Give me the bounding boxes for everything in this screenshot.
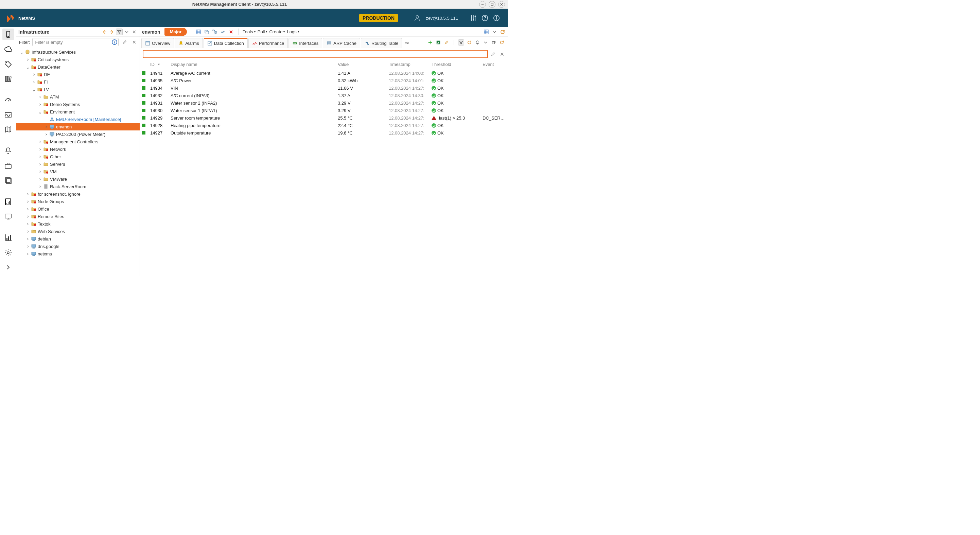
menu-logs[interactable]: Logs▾: [287, 29, 299, 34]
dci-refresh-icon[interactable]: [466, 40, 473, 46]
tree-item[interactable]: ›Office: [16, 205, 140, 213]
tab-performance[interactable]: Performance: [248, 38, 288, 48]
tree-item[interactable]: ⌄Infrastructure Services: [16, 48, 140, 56]
tab-routing-table[interactable]: Routing Table: [361, 38, 402, 48]
rail-config[interactable]: [2, 247, 14, 259]
tab-alarms[interactable]: Alarms: [175, 38, 202, 48]
tree-item[interactable]: ›Web Services: [16, 228, 140, 235]
dci-caret-icon[interactable]: [482, 40, 488, 46]
dci-filter-toggle-icon[interactable]: [458, 40, 464, 46]
user-display[interactable]: zev@10.5.5.111: [412, 14, 458, 22]
expand-icon[interactable]: ›: [25, 199, 30, 204]
tool-copy-icon[interactable]: [204, 29, 210, 35]
expand-icon[interactable]: ›: [43, 124, 49, 129]
object-tree[interactable]: ⌄Infrastructure Services›Critical system…: [16, 48, 140, 276]
window-minimize-button[interactable]: [479, 1, 486, 8]
expand-icon[interactable]: ›: [25, 206, 30, 212]
dci-pin-icon[interactable]: [474, 40, 480, 46]
table-row[interactable]: 14927Outside temperature19.6 ℃12.08.2024…: [140, 129, 508, 137]
col-threshold[interactable]: Threshold: [430, 62, 480, 67]
header-grid-icon[interactable]: [483, 29, 489, 35]
rail-pinned[interactable]: [2, 175, 14, 186]
panel-close-icon[interactable]: [131, 29, 138, 35]
window-maximize-button[interactable]: [488, 1, 495, 8]
rail-alarms[interactable]: [2, 145, 14, 157]
tree-item[interactable]: ›Remote Sites: [16, 213, 140, 220]
table-row[interactable]: 14941Average A/C current1.41 A12.08.2024…: [140, 69, 508, 77]
expand-icon[interactable]: ›: [25, 221, 30, 227]
filter-clear-icon[interactable]: [131, 39, 138, 46]
expand-icon[interactable]: ›: [37, 176, 43, 182]
rail-assets[interactable]: [2, 58, 14, 70]
col-event[interactable]: Event: [480, 62, 508, 67]
expand-icon[interactable]: ›: [31, 79, 37, 84]
filter-info-icon[interactable]: i: [112, 40, 117, 45]
tree-item[interactable]: ›netxms: [16, 250, 140, 257]
dci-export-xls-icon[interactable]: [435, 40, 441, 46]
expand-icon[interactable]: ›: [37, 184, 43, 189]
collapse-icon[interactable]: ⌄: [19, 49, 24, 55]
table-row[interactable]: 14931Water sensor 2 (INPA2)3.29 V12.08.2…: [140, 99, 508, 107]
dci-search-clear-icon[interactable]: [499, 51, 505, 57]
about-icon[interactable]: [493, 14, 500, 22]
rail-reports[interactable]: [2, 196, 14, 208]
dci-add-icon[interactable]: [427, 40, 433, 46]
tree-item[interactable]: ›VMWare: [16, 175, 140, 183]
table-row[interactable]: 14935A/C Power0.32 kW/h12.08.2024 14:01:…: [140, 77, 508, 84]
rail-infrastructure[interactable]: [2, 29, 14, 40]
menu-tools[interactable]: Tools▾: [243, 29, 255, 34]
tabs-overflow[interactable]: »₂: [402, 37, 411, 48]
dci-popout-icon[interactable]: [491, 40, 497, 46]
tool-tree-icon[interactable]: [212, 29, 218, 35]
tree-item[interactable]: ›Textok: [16, 220, 140, 228]
table-row[interactable]: 14934VIN11.66 V12.08.2024 14:27:OK: [140, 84, 508, 92]
expand-icon[interactable]: ›: [25, 214, 30, 219]
rail-expand[interactable]: [2, 262, 14, 273]
tree-item[interactable]: ›PAC-2200 (Power Meter): [16, 130, 140, 138]
tree-item[interactable]: ›Other: [16, 153, 140, 160]
filter-toggle-icon[interactable]: [116, 29, 123, 35]
table-row[interactable]: 14930Water sensor 1 (INPA1)3.29 V12.08.2…: [140, 107, 508, 114]
tree-item[interactable]: ›Critical systems: [16, 56, 140, 63]
tree-item[interactable]: ›VM: [16, 168, 140, 175]
collapse-icon[interactable]: ⌄: [37, 110, 43, 114]
tool-delete-icon[interactable]: [228, 29, 234, 35]
nav-back-icon[interactable]: [101, 29, 108, 35]
expand-icon[interactable]: ›: [37, 169, 43, 174]
expand-icon[interactable]: ›: [25, 244, 30, 249]
tree-item[interactable]: ›Node Groups: [16, 198, 140, 205]
table-row[interactable]: 14932A/C current (INPA3)1.37 A12.08.2024…: [140, 92, 508, 99]
rail-maps[interactable]: [2, 124, 14, 135]
tree-item[interactable]: ›dns.google: [16, 243, 140, 250]
header-refresh-icon[interactable]: [500, 29, 506, 35]
rail-dashboards[interactable]: [2, 94, 14, 106]
rail-tools[interactable]: [2, 232, 14, 244]
help-icon[interactable]: [481, 14, 488, 22]
dci-search-edit-icon[interactable]: [490, 51, 496, 57]
tool-link-icon[interactable]: [220, 29, 226, 35]
tab-data-collection[interactable]: Data Collection: [204, 38, 248, 48]
table-row[interactable]: 14929Server room temperature25.5 ℃12.08.…: [140, 114, 508, 122]
tree-item[interactable]: ›Demo Systems: [16, 100, 140, 108]
tab-arp-cache[interactable]: ARP Cache: [323, 38, 360, 48]
dci-edit-icon[interactable]: [444, 40, 450, 46]
tab-interfaces[interactable]: Interfaces: [288, 38, 322, 48]
expand-icon[interactable]: ›: [25, 251, 30, 256]
tree-item[interactable]: ⌄Environment: [16, 108, 140, 116]
expand-icon[interactable]: ›: [37, 146, 43, 152]
expand-icon[interactable]: ›: [37, 154, 43, 159]
menu-create[interactable]: Create▾: [269, 29, 285, 34]
collapse-icon[interactable]: ⌄: [25, 65, 30, 70]
col-value[interactable]: Value: [336, 62, 387, 67]
tree-item[interactable]: ›DE: [16, 71, 140, 78]
caret-down-icon[interactable]: [123, 29, 130, 35]
expand-icon[interactable]: ›: [31, 71, 37, 77]
expand-icon[interactable]: ›: [25, 191, 30, 197]
nav-forward-icon[interactable]: [108, 29, 115, 35]
tree-item[interactable]: ›debian: [16, 235, 140, 243]
tree-item[interactable]: ⌄DataCenter: [16, 63, 140, 71]
menu-poll[interactable]: Poll▾: [258, 29, 267, 34]
tree-item[interactable]: ›FI: [16, 78, 140, 86]
tree-item[interactable]: EMU-ServerRoom [Maintenance]: [16, 116, 140, 123]
expand-icon[interactable]: ›: [25, 236, 30, 241]
